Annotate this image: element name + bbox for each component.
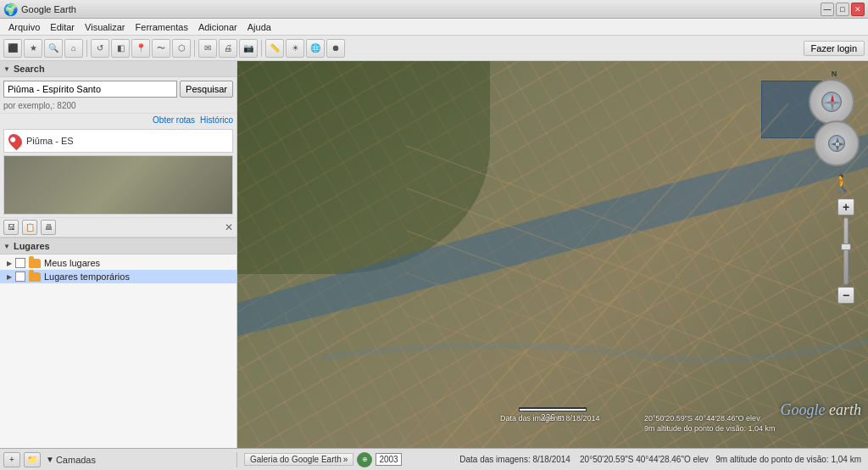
svg-line-2 <box>492 104 831 448</box>
map-area[interactable]: N <box>237 61 868 448</box>
toolbar: ⬛ ★ 🔍 ⌂ ↺ ◧ 📍 〜 ⬡ ✉ 🖨 📷 📏 ☀ 🌐 ⏺ Fazer lo… <box>0 36 868 61</box>
triangle-icon: ▼ <box>46 455 54 464</box>
toolbar-print-button[interactable]: 🖨 <box>219 39 237 58</box>
svg-line-0 <box>407 104 746 448</box>
menu-ferramentas[interactable]: Ferramentas <box>131 20 193 34</box>
history-link[interactable]: Histórico <box>200 115 233 125</box>
checkbox-temporarios[interactable] <box>15 271 25 282</box>
zoom-in-button[interactable]: + <box>837 199 854 215</box>
svg-marker-13 <box>824 101 832 104</box>
places-section: ▼ Lugares ▶ Meus lugares ▶ Lugares tempo… <box>0 238 236 448</box>
toolbar-separator-2 <box>194 40 195 57</box>
result-label: Piûma - ES <box>26 136 74 146</box>
svg-line-1 <box>449 104 788 448</box>
places-collapse-icon[interactable]: ▼ <box>3 243 10 250</box>
close-button[interactable]: ✕ <box>851 3 865 16</box>
status-layers: ▼ Camadas <box>44 455 96 465</box>
left-panel: ▼ Search Pesquisar por exemplo,: 8200 Ob… <box>0 61 237 448</box>
svg-line-10 <box>407 316 868 448</box>
search-action-btn-3[interactable]: 🖶 <box>41 220 56 235</box>
search-placeholder: por exemplo,: 8200 <box>0 101 236 113</box>
status-left: + 📁 ▼ Camadas <box>0 452 237 467</box>
minimize-button[interactable]: — <box>821 3 834 16</box>
login-button[interactable]: Fazer login <box>804 41 865 56</box>
toolbar-shape-button[interactable]: ⬡ <box>172 39 191 58</box>
toolbar-separator-1 <box>86 40 87 57</box>
toolbar-path-button[interactable]: 〜 <box>152 39 170 58</box>
toolbar-mail-button[interactable]: ✉ <box>198 39 217 58</box>
toolbar-record-button[interactable]: ⏺ <box>326 39 345 58</box>
map-streets-overlay <box>237 61 868 448</box>
places-header: ▼ Lugares <box>0 238 236 255</box>
coordinate-text: 20°50'20.59"S 40°44'28.46"O elev <box>580 455 709 464</box>
maximize-button[interactable]: □ <box>836 3 849 16</box>
scale-line <box>519 409 587 411</box>
zoom-out-button[interactable]: − <box>837 287 854 304</box>
toolbar-search-button[interactable]: 🔍 <box>44 39 63 58</box>
toolbar-sun-button[interactable]: ☀ <box>286 39 304 58</box>
places-label-meus-lugares: Meus lugares <box>44 258 100 268</box>
main-content: ▼ Search Pesquisar por exemplo,: 8200 Ob… <box>0 61 868 448</box>
zoom-controls: + − <box>837 199 854 304</box>
svg-marker-16 <box>836 146 839 151</box>
menu-adicionar[interactable]: Adicionar <box>193 20 242 34</box>
search-result-item[interactable]: Piûma - ES <box>3 129 233 153</box>
status-add-button[interactable]: + <box>3 452 20 467</box>
toolbar-nav-button[interactable]: ⬛ <box>3 39 22 58</box>
toolbar-layers-button[interactable]: ◧ <box>111 39 130 58</box>
google-earth-watermark: Google earth <box>781 401 861 419</box>
toolbar-camera-button[interactable]: 📷 <box>239 39 258 58</box>
menubar: Arquivo Editar Visualizar Ferramentas Ad… <box>0 19 868 36</box>
svg-line-8 <box>407 231 868 400</box>
search-action-btn-2[interactable]: 📋 <box>22 220 37 235</box>
zoom-thumb[interactable] <box>841 243 851 250</box>
expand-arrow-2: ▶ <box>7 273 12 281</box>
svg-marker-15 <box>836 137 839 143</box>
toolbar-measure-button[interactable]: 📏 <box>265 39 284 58</box>
map-preview-thumbnail <box>3 155 233 215</box>
menu-ajuda[interactable]: Ajuda <box>242 20 276 34</box>
map-coords: 20°50'20.59"S 40°44'28.46"O elev <box>644 414 760 422</box>
toolbar-home-button[interactable]: ⌂ <box>64 39 83 58</box>
svg-marker-17 <box>831 143 836 146</box>
menu-editar[interactable]: Editar <box>45 20 80 34</box>
search-input[interactable] <box>3 81 177 98</box>
status-folder-button[interactable]: 📁 <box>24 452 41 467</box>
compass-ring[interactable] <box>809 79 854 125</box>
layers-label[interactable]: Camadas <box>56 455 96 465</box>
search-input-row: Pesquisar <box>0 77 236 101</box>
year-badge: 2003 <box>376 453 401 466</box>
toolbar-refresh-button[interactable]: ↺ <box>91 39 109 58</box>
places-tree: ▶ Meus lugares ▶ Lugares temporários <box>0 255 236 285</box>
toolbar-star-button[interactable]: ★ <box>24 39 42 58</box>
svg-line-6 <box>407 146 868 316</box>
search-button[interactable]: Pesquisar <box>180 81 233 98</box>
navigation-pan[interactable] <box>814 120 860 166</box>
pan-ring[interactable] <box>814 120 860 166</box>
svg-marker-18 <box>839 143 844 146</box>
toolbar-pin-button[interactable]: 📍 <box>131 39 150 58</box>
image-metadata: Data das imagens: 8/18/2014 <box>459 455 570 464</box>
menu-visualizar[interactable]: Visualizar <box>80 20 131 34</box>
pan-center <box>828 135 845 152</box>
toolbar-planet-button[interactable]: 🌐 <box>306 39 325 58</box>
app-title: Google Earth <box>21 4 865 14</box>
pegman-icon[interactable]: 🚶 <box>832 173 853 193</box>
app-icon: 🌍 <box>3 3 18 16</box>
search-action-btn-1[interactable]: 🖫 <box>3 220 19 235</box>
menu-arquivo[interactable]: Arquivo <box>3 20 45 34</box>
places-item-temporarios[interactable]: ▶ Lugares temporários <box>0 270 236 283</box>
altitude-text: 9m altitude do ponto de visão: 1,04 km <box>715 455 861 464</box>
window-controls: — □ ✕ <box>821 3 865 16</box>
folder-icon-meus-lugares <box>29 259 41 268</box>
search-collapse-icon[interactable]: ▼ <box>3 65 10 73</box>
places-label-temporarios: Lugares temporários <box>44 271 130 282</box>
zoom-slider[interactable] <box>843 217 849 285</box>
checkbox-meus-lugares[interactable] <box>15 258 25 268</box>
gallery-button[interactable]: Galeria do Google Earth » <box>244 453 353 466</box>
gallery-label: Galeria do Google Earth <box>250 455 342 464</box>
get-routes-link[interactable]: Obter rotas <box>153 115 195 125</box>
image-data-text: Data das imagens: 8/18/2014 <box>500 414 600 422</box>
places-item-meus-lugares[interactable]: ▶ Meus lugares <box>0 256 236 270</box>
search-close-icon[interactable]: ✕ <box>225 221 233 233</box>
